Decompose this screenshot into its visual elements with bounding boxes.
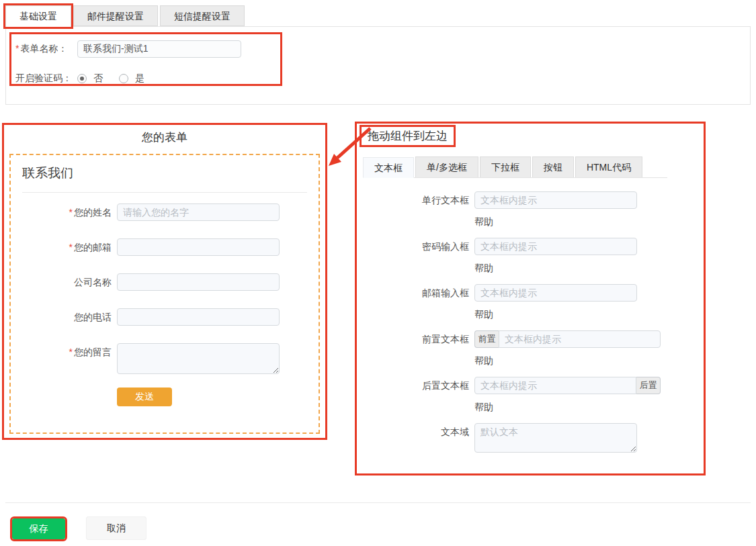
name-field-label: 您的姓名: [11, 203, 117, 221]
prefix-text-label: 前置文本框: [357, 330, 474, 348]
captcha-no-label: 否: [93, 73, 103, 85]
email-field-label: 您的邮箱: [11, 238, 117, 256]
form-name-row: 表单名称：: [15, 40, 750, 58]
captcha-radio-no[interactable]: 否: [77, 73, 103, 85]
radio-selected-icon[interactable]: [77, 74, 87, 83]
suffix-text-help: 帮助: [474, 402, 704, 412]
component-single-line-text[interactable]: 单行文本框 帮助: [357, 191, 704, 227]
single-line-text-input[interactable]: [474, 191, 637, 209]
single-line-text-help: 帮助: [474, 216, 704, 227]
field-row-message[interactable]: 您的留言: [11, 343, 319, 374]
textarea-label: 文本域: [357, 423, 474, 453]
single-line-text-label: 单行文本框: [357, 191, 474, 209]
cancel-button[interactable]: 取消: [86, 516, 146, 540]
save-button[interactable]: 保存: [12, 518, 65, 539]
prefix-text-input[interactable]: [499, 330, 661, 348]
prefix-text-help: 帮助: [474, 355, 704, 366]
password-input-input[interactable]: [474, 238, 637, 255]
name-field-input[interactable]: [117, 203, 280, 221]
phone-field-input[interactable]: [117, 308, 280, 326]
tab-email-reminder-settings[interactable]: 邮件提醒设置: [73, 5, 158, 26]
form-preview-title: 您的表单: [4, 130, 325, 145]
component-textarea[interactable]: 文本域: [357, 423, 704, 453]
suffix-text-label: 后置文本框: [357, 377, 474, 394]
component-email-input[interactable]: 邮箱输入框 帮助: [357, 284, 704, 320]
tab-basic-settings[interactable]: 基础设置: [5, 5, 71, 27]
field-row-email[interactable]: 您的邮箱: [11, 238, 319, 256]
email-input-label: 邮箱输入框: [357, 284, 474, 302]
email-input-help: 帮助: [474, 309, 704, 320]
basic-settings-panel: 表单名称： 开启验证码： 否 是: [5, 26, 751, 105]
radio-unselected-icon[interactable]: [119, 74, 128, 83]
password-input-help: 帮助: [474, 263, 704, 273]
footer-divider: [5, 502, 751, 503]
suffix-text-input[interactable]: [474, 377, 636, 394]
form-name-label: 表单名称：: [15, 43, 77, 55]
palette-tab-dropdown[interactable]: 下拉框: [480, 156, 531, 177]
send-button[interactable]: 发送: [117, 388, 172, 406]
palette-tab-textbox[interactable]: 文本框: [363, 157, 414, 178]
email-input-input[interactable]: [474, 284, 637, 302]
form-drop-area[interactable]: 联系我们 您的姓名 您的邮箱 公司名称 您的电话 您的留言 发送: [9, 154, 320, 434]
textarea-input[interactable]: [474, 423, 637, 453]
captcha-label: 开启验证码：: [15, 73, 77, 85]
palette-tab-htmlcode[interactable]: HTML代码: [575, 156, 642, 177]
prefix-addon: 前置: [474, 330, 499, 348]
settings-tab-bar: 基础设置 邮件提醒设置 短信提醒设置: [5, 5, 245, 27]
palette-tab-bar: 文本框 单/多选框 下拉框 按钮 HTML代码: [363, 156, 667, 178]
palette-tab-button[interactable]: 按钮: [532, 156, 574, 177]
field-row-phone[interactable]: 您的电话: [11, 308, 319, 326]
component-password-input[interactable]: 密码输入框 帮助: [357, 238, 704, 273]
field-row-company[interactable]: 公司名称: [11, 273, 319, 291]
company-field-label: 公司名称: [11, 273, 117, 291]
palette-title: 拖动组件到左边: [362, 127, 454, 145]
company-field-input[interactable]: [117, 273, 280, 291]
captcha-row: 开启验证码： 否 是: [15, 70, 750, 87]
component-prefix-text[interactable]: 前置文本框 前置 帮助: [357, 330, 704, 366]
palette-tab-checkbox[interactable]: 单/多选框: [415, 156, 478, 177]
password-input-label: 密码输入框: [357, 238, 474, 255]
component-suffix-text[interactable]: 后置文本框 后置 帮助: [357, 377, 704, 412]
contact-form-title: 联系我们: [22, 165, 307, 193]
component-palette-panel: 拖动组件到左边 文本框 单/多选框 下拉框 按钮 HTML代码 单行文本框 帮助…: [355, 122, 706, 475]
captcha-yes-label: 是: [135, 73, 144, 85]
captcha-radio-yes[interactable]: 是: [119, 73, 144, 85]
message-field-textarea[interactable]: [117, 343, 280, 374]
form-preview-panel: 您的表单 联系我们 您的姓名 您的邮箱 公司名称 您的电话 您的留言 发送: [2, 123, 327, 440]
message-field-label: 您的留言: [11, 343, 117, 374]
form-name-input[interactable]: [77, 40, 241, 58]
email-field-input[interactable]: [117, 238, 280, 256]
field-row-name[interactable]: 您的姓名: [11, 203, 319, 221]
tab-sms-reminder-settings[interactable]: 短信提醒设置: [160, 5, 245, 26]
suffix-addon: 后置: [636, 377, 661, 394]
phone-field-label: 您的电话: [11, 308, 117, 326]
